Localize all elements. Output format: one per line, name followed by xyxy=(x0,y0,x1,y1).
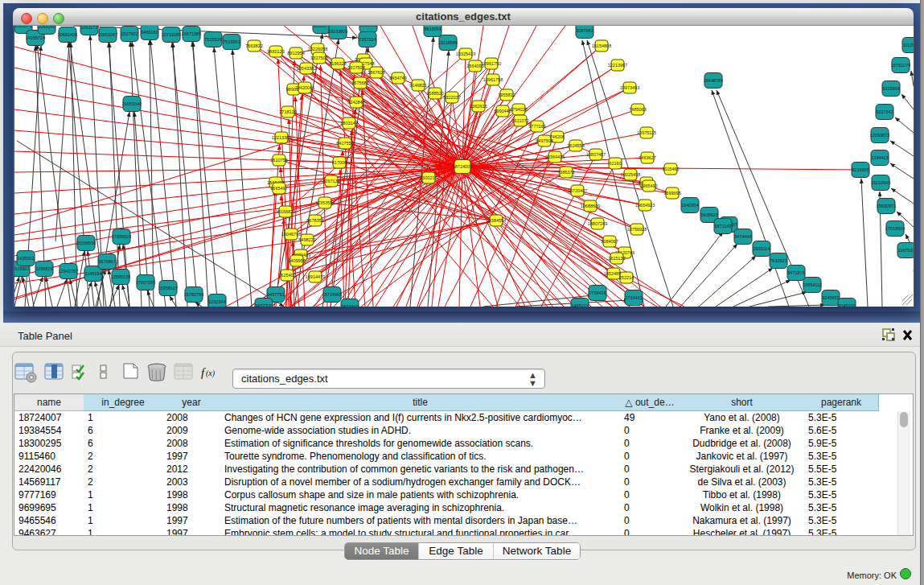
svg-text:1615132: 1615132 xyxy=(608,256,625,261)
svg-text:252214: 252214 xyxy=(619,275,634,280)
svg-text:16648784: 16648784 xyxy=(704,78,723,83)
svg-text:7485063: 7485063 xyxy=(629,107,646,112)
svg-text:9245652: 9245652 xyxy=(822,295,839,300)
svg-text:20206536: 20206536 xyxy=(76,241,96,245)
svg-text:9115460: 9115460 xyxy=(662,167,679,171)
svg-text:1061172: 1061172 xyxy=(80,26,97,30)
svg-text:16782759: 16782759 xyxy=(184,292,203,297)
svg-text:7386372: 7386372 xyxy=(557,170,574,175)
svg-text:10688609: 10688609 xyxy=(581,204,600,208)
svg-text:16210643: 16210643 xyxy=(871,180,890,185)
svg-text:1362615: 1362615 xyxy=(470,104,487,109)
svg-text:(x): (x) xyxy=(206,369,216,378)
svg-text:9245100: 9245100 xyxy=(838,303,855,307)
svg-text:7625402: 7625402 xyxy=(278,273,295,278)
svg-text:9242848: 9242848 xyxy=(347,100,364,105)
svg-text:9329966: 9329966 xyxy=(882,86,899,91)
svg-text:6466160: 6466160 xyxy=(141,30,158,35)
svg-text:9457700: 9457700 xyxy=(255,303,272,307)
svg-text:9310577: 9310577 xyxy=(313,26,330,28)
svg-text:8215955: 8215955 xyxy=(852,167,869,172)
svg-text:8678352: 8678352 xyxy=(306,218,323,223)
svg-text:8454749: 8454749 xyxy=(389,76,406,80)
svg-text:7357224: 7357224 xyxy=(359,37,376,42)
svg-text:1571640: 1571640 xyxy=(341,304,358,307)
svg-text:20364436: 20364436 xyxy=(545,154,565,159)
svg-text:6871145: 6871145 xyxy=(714,224,731,229)
svg-text:9777169: 9777169 xyxy=(528,124,545,129)
svg-text:9463627: 9463627 xyxy=(639,155,655,160)
svg-text:18807249: 18807249 xyxy=(588,221,607,226)
svg-text:17957255: 17957255 xyxy=(136,280,155,285)
svg-text:10958107: 10958107 xyxy=(158,286,178,290)
svg-text:2300215: 2300215 xyxy=(420,175,437,180)
svg-text:6794028: 6794028 xyxy=(510,107,527,112)
svg-text:10807487: 10807487 xyxy=(586,152,606,157)
svg-text:2069140: 2069140 xyxy=(38,26,55,29)
svg-text:5938923: 5938923 xyxy=(700,212,717,217)
svg-text:8427552: 8427552 xyxy=(336,141,353,146)
svg-text:2718120: 2718120 xyxy=(279,109,296,114)
svg-text:9084067: 9084067 xyxy=(601,239,618,244)
svg-text:19218586: 19218586 xyxy=(438,40,458,45)
svg-text:15716485: 15716485 xyxy=(322,292,342,297)
svg-text:9227342: 9227342 xyxy=(876,109,893,114)
svg-text:10756928: 10756928 xyxy=(627,227,647,232)
svg-text:7632621: 7632621 xyxy=(770,258,786,263)
svg-text:19166829: 19166829 xyxy=(276,209,295,214)
svg-text:23420046: 23420046 xyxy=(295,85,314,90)
svg-text:1409950: 1409950 xyxy=(288,258,305,263)
svg-text:1605572: 1605572 xyxy=(14,26,31,28)
svg-text:2803144: 2803144 xyxy=(340,121,357,126)
svg-text:7515526: 7515526 xyxy=(204,37,221,42)
svg-text:5322037: 5322037 xyxy=(443,95,460,100)
svg-text:12975115: 12975115 xyxy=(637,130,656,135)
svg-text:7955812: 7955812 xyxy=(498,93,515,97)
svg-text:9699695: 9699695 xyxy=(663,191,680,196)
svg-text:6497508: 6497508 xyxy=(536,138,552,143)
svg-text:20691406: 20691406 xyxy=(58,32,77,37)
svg-text:15692971: 15692971 xyxy=(877,204,896,208)
svg-text:1435061: 1435061 xyxy=(17,256,34,261)
svg-text:12353594: 12353594 xyxy=(315,200,335,205)
svg-text:12942757: 12942757 xyxy=(59,269,78,274)
svg-text:3675685: 3675685 xyxy=(351,80,368,85)
svg-text:1733426: 1733426 xyxy=(589,290,606,295)
svg-text:16671385: 16671385 xyxy=(182,31,201,36)
svg-text:8912954: 8912954 xyxy=(287,51,304,56)
svg-text:15751074: 15751074 xyxy=(891,63,910,68)
svg-text:1610755: 1610755 xyxy=(270,158,287,163)
svg-text:9146821: 9146821 xyxy=(409,83,426,88)
svg-text:10654112: 10654112 xyxy=(803,282,822,287)
svg-text:9660123: 9660123 xyxy=(267,49,284,54)
svg-text:8990448: 8990448 xyxy=(494,109,511,113)
svg-text:2935114: 2935114 xyxy=(753,246,770,251)
svg-text:1244413: 1244413 xyxy=(871,155,888,160)
svg-text:1145194: 1145194 xyxy=(84,271,101,276)
svg-text:1292344: 1292344 xyxy=(208,299,225,304)
svg-text:9457791: 9457791 xyxy=(267,292,284,297)
svg-text:12093873: 12093873 xyxy=(870,133,889,138)
svg-text:10973493: 10973493 xyxy=(620,85,639,90)
svg-text:10025458: 10025458 xyxy=(621,172,640,177)
svg-text:3915901: 3915901 xyxy=(14,266,30,271)
svg-text:10653267: 10653267 xyxy=(98,32,117,37)
svg-text:18724007: 18724007 xyxy=(453,164,472,169)
svg-text:10543382: 10543382 xyxy=(297,66,316,71)
svg-text:10719185: 10719185 xyxy=(162,32,181,37)
svg-text:9975867: 9975867 xyxy=(98,259,115,264)
svg-text:5498222: 5498222 xyxy=(298,237,315,242)
svg-text:2867608: 2867608 xyxy=(368,70,384,75)
svg-text:16033809: 16033809 xyxy=(328,29,347,34)
svg-text:8135981: 8135981 xyxy=(359,26,376,27)
svg-text:8471876: 8471876 xyxy=(787,270,804,275)
svg-text:62160: 62160 xyxy=(609,161,621,166)
svg-text:19654923: 19654923 xyxy=(635,203,655,208)
svg-text:16154808: 16154808 xyxy=(592,43,611,48)
svg-text:1167533: 1167533 xyxy=(897,248,914,253)
svg-text:10961750: 10961750 xyxy=(482,61,501,66)
svg-text:3267130: 3267130 xyxy=(322,179,339,183)
svg-text:3624554: 3624554 xyxy=(567,143,584,148)
svg-text:7663822: 7663822 xyxy=(245,43,262,48)
svg-text:17016504: 17016504 xyxy=(885,226,905,231)
